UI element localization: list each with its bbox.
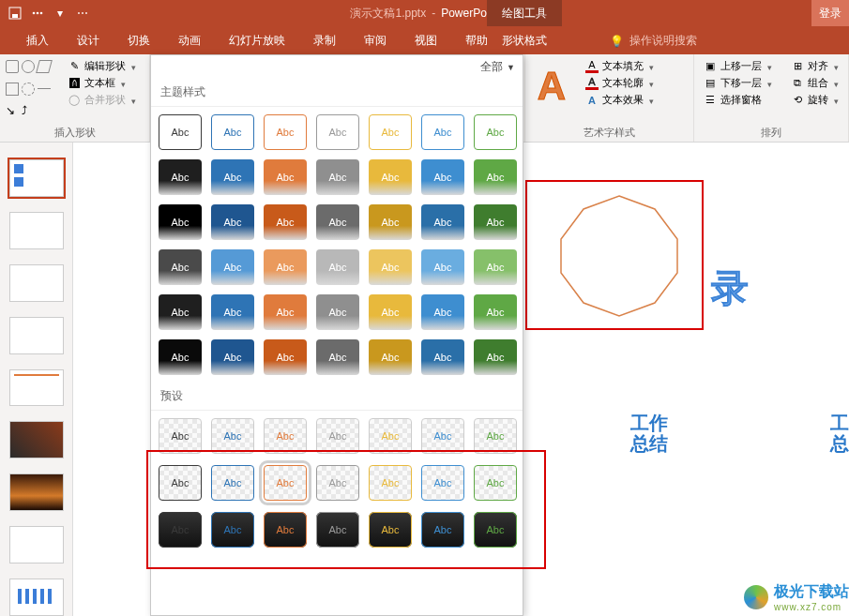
shape-style-solid-0-4[interactable]: Abc bbox=[369, 159, 412, 195]
shape-style-solid-0-2[interactable]: Abc bbox=[264, 159, 307, 195]
shape-preset-transparent-2[interactable]: Abc bbox=[264, 418, 307, 454]
shape-style-solid-2-0[interactable]: Abc bbox=[159, 249, 202, 285]
shape-style-solid-0-1[interactable]: Abc bbox=[211, 159, 254, 195]
shape-style-solid-1-1[interactable]: Abc bbox=[211, 204, 254, 240]
shape-style-solid-1-3[interactable]: Abc bbox=[316, 204, 359, 240]
shape-preset-transparent-1[interactable]: Abc bbox=[211, 418, 254, 454]
tab-slideshow[interactable]: 幻灯片放映 bbox=[221, 27, 293, 54]
shape-preset-dark-1[interactable]: Abc bbox=[211, 512, 254, 548]
gallery-filter-all[interactable]: 全部 ▼ bbox=[480, 59, 515, 75]
shape-style-outline-4[interactable]: Abc bbox=[369, 114, 412, 150]
shape-style-solid-0-3[interactable]: Abc bbox=[316, 159, 359, 195]
slide-thumb-5[interactable] bbox=[9, 369, 64, 407]
shape-preset-transparent-6[interactable]: Abc bbox=[474, 418, 517, 454]
tab-insert[interactable]: 插入 bbox=[19, 27, 56, 54]
shape-style-solid-0-0[interactable]: Abc bbox=[159, 159, 202, 195]
shape-style-solid-2-2[interactable]: Abc bbox=[264, 249, 307, 285]
shape-preset-dark-4[interactable]: Abc bbox=[369, 512, 412, 548]
text-outline-button[interactable]: A文本轮廓 bbox=[582, 75, 658, 91]
slide-thumb-3[interactable] bbox=[9, 264, 64, 302]
slide-thumbnail-panel[interactable] bbox=[0, 143, 73, 616]
shape-style-solid-1-0[interactable]: Abc bbox=[159, 204, 202, 240]
shape-style-solid-4-0[interactable]: Abc bbox=[159, 339, 202, 375]
shape-preset-outlined-5[interactable]: Abc bbox=[421, 465, 464, 501]
shape-style-outline-5[interactable]: Abc bbox=[421, 114, 464, 150]
wordart-preview[interactable]: A bbox=[531, 58, 572, 114]
shape-style-solid-4-6[interactable]: Abc bbox=[474, 339, 517, 375]
shape-preset-outlined-0[interactable]: Abc bbox=[159, 465, 202, 501]
dropdown-icon[interactable]: ▾ bbox=[53, 6, 68, 21]
shape-style-solid-3-4[interactable]: Abc bbox=[369, 294, 412, 330]
shape-style-gallery[interactable]: 全部 ▼ 主题样式 AbcAbcAbcAbcAbcAbcAbc AbcAbcAb… bbox=[150, 54, 523, 616]
text-box-button[interactable]: 🅰文本框 bbox=[64, 75, 140, 91]
shape-preset-outlined-2[interactable]: Abc bbox=[264, 465, 307, 501]
shape-style-solid-4-5[interactable]: Abc bbox=[421, 339, 464, 375]
shape-style-solid-3-5[interactable]: Abc bbox=[421, 294, 464, 330]
shape-style-outline-3[interactable]: Abc bbox=[316, 114, 359, 150]
tab-transition[interactable]: 切换 bbox=[120, 27, 158, 54]
text-effect-button[interactable]: A文本效果 bbox=[582, 92, 658, 108]
shape-style-solid-2-1[interactable]: Abc bbox=[211, 249, 254, 285]
shape-preset-dark-3[interactable]: Abc bbox=[316, 512, 359, 548]
shape-style-solid-1-4[interactable]: Abc bbox=[369, 204, 412, 240]
qat-customize-icon[interactable]: ⋯ bbox=[75, 6, 90, 21]
login-button[interactable]: 登录 bbox=[811, 0, 849, 26]
shape-style-solid-4-4[interactable]: Abc bbox=[369, 339, 412, 375]
tab-review[interactable]: 审阅 bbox=[356, 27, 394, 54]
shape-preset-outlined-6[interactable]: Abc bbox=[474, 465, 517, 501]
shape-style-outline-1[interactable]: Abc bbox=[211, 114, 254, 150]
overflow-icon[interactable] bbox=[30, 6, 45, 21]
shape-preset-outlined-1[interactable]: Abc bbox=[211, 465, 254, 501]
shape-preset-outlined-3[interactable]: Abc bbox=[316, 465, 359, 501]
shape-style-solid-3-6[interactable]: Abc bbox=[474, 294, 517, 330]
slide-thumb-7[interactable] bbox=[9, 473, 64, 511]
shape-style-solid-3-0[interactable]: Abc bbox=[159, 294, 202, 330]
shape-style-solid-1-6[interactable]: Abc bbox=[474, 204, 517, 240]
shape-style-solid-4-2[interactable]: Abc bbox=[264, 339, 307, 375]
bring-forward-button[interactable]: ▣上移一层 bbox=[700, 58, 776, 74]
shape-style-solid-4-3[interactable]: Abc bbox=[316, 339, 359, 375]
autosave-icon[interactable] bbox=[8, 6, 23, 21]
tab-record[interactable]: 录制 bbox=[306, 27, 343, 54]
shape-style-solid-1-2[interactable]: Abc bbox=[264, 204, 307, 240]
shape-style-solid-2-6[interactable]: Abc bbox=[474, 249, 517, 285]
text-fill-button[interactable]: A文本填充 bbox=[582, 58, 658, 74]
shape-style-solid-0-5[interactable]: Abc bbox=[421, 159, 464, 195]
shape-style-solid-3-2[interactable]: Abc bbox=[264, 294, 307, 330]
shape-style-outline-2[interactable]: Abc bbox=[264, 114, 307, 150]
tab-shape-format[interactable]: 形状格式 bbox=[487, 27, 562, 54]
shape-style-outline-6[interactable]: Abc bbox=[474, 114, 517, 150]
tab-animation[interactable]: 动画 bbox=[171, 27, 208, 54]
shape-preset-dark-2[interactable]: Abc bbox=[264, 512, 307, 548]
shape-style-solid-2-3[interactable]: Abc bbox=[316, 249, 359, 285]
shape-style-solid-4-1[interactable]: Abc bbox=[211, 339, 254, 375]
slide-thumb-8[interactable] bbox=[9, 526, 64, 563]
slide-thumb-6[interactable] bbox=[9, 421, 64, 458]
shape-style-solid-2-4[interactable]: Abc bbox=[369, 249, 412, 285]
shape-style-outline-0[interactable]: Abc bbox=[159, 114, 202, 150]
shape-preset-dark-6[interactable]: Abc bbox=[474, 512, 517, 548]
shape-style-solid-3-3[interactable]: Abc bbox=[316, 294, 359, 330]
shape-quick-palette[interactable]: ↘ ⤴ bbox=[6, 58, 60, 124]
tab-design[interactable]: 设计 bbox=[69, 27, 107, 54]
slide-thumb-4[interactable] bbox=[9, 317, 64, 354]
shape-preset-transparent-3[interactable]: Abc bbox=[316, 418, 359, 454]
decagon-shape[interactable] bbox=[553, 190, 685, 322]
shape-preset-outlined-4[interactable]: Abc bbox=[369, 465, 412, 501]
slide-thumb-1[interactable] bbox=[9, 159, 64, 197]
selection-pane-button[interactable]: ☰选择窗格 bbox=[700, 92, 776, 108]
shape-preset-dark-5[interactable]: Abc bbox=[421, 512, 464, 548]
slide-thumb-9[interactable] bbox=[9, 578, 64, 616]
shape-preset-transparent-0[interactable]: Abc bbox=[159, 418, 202, 454]
shape-style-solid-3-1[interactable]: Abc bbox=[211, 294, 254, 330]
shape-preset-transparent-4[interactable]: Abc bbox=[369, 418, 412, 454]
align-button[interactable]: ⊞对齐 bbox=[787, 58, 842, 74]
slide-thumb-2[interactable] bbox=[9, 212, 64, 249]
edit-shape-button[interactable]: ✎编辑形状 bbox=[64, 58, 140, 74]
shape-preset-dark-0[interactable]: Abc bbox=[159, 512, 202, 548]
send-backward-button[interactable]: ▤下移一层 bbox=[700, 75, 776, 91]
group-button[interactable]: ⧉组合 bbox=[787, 75, 842, 91]
tab-view[interactable]: 视图 bbox=[407, 27, 445, 54]
rotate-button[interactable]: ⟲旋转 bbox=[787, 92, 842, 108]
shape-preset-transparent-5[interactable]: Abc bbox=[421, 418, 464, 454]
